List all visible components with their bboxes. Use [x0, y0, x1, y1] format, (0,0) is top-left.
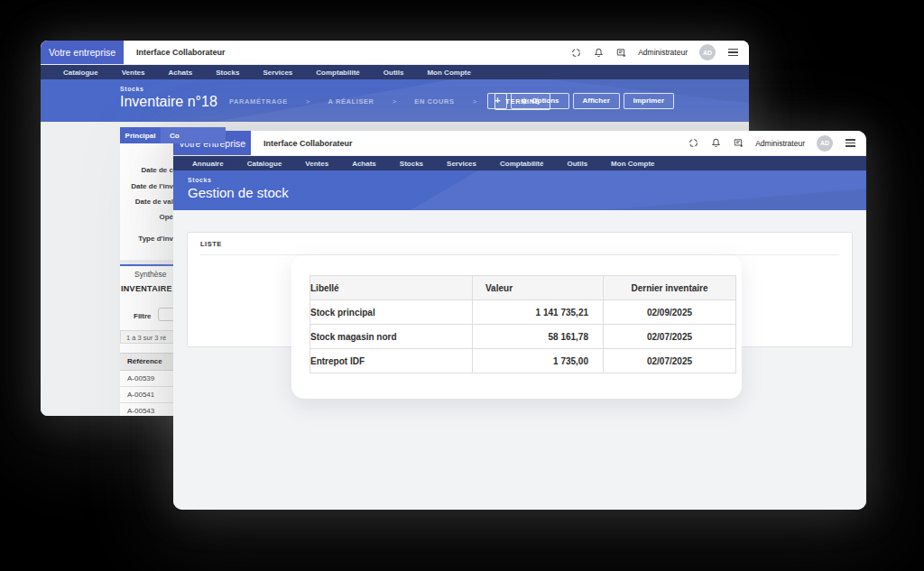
avatar[interactable]: AD	[817, 135, 833, 152]
workflow-step-a-realiser[interactable]: A RÉALISER	[328, 97, 374, 106]
inventory-heading: INVENTAIRE	[121, 284, 172, 293]
filter-label: Filtre	[134, 312, 152, 320]
nav-item-outils[interactable]: Outils	[555, 160, 599, 168]
avatar[interactable]: AD	[699, 44, 716, 60]
table-row[interactable]: Stock principal 1 141 735,21 02/09/2025	[310, 300, 736, 325]
nav-item-stocks[interactable]: Stocks	[204, 69, 251, 77]
front-page-heading: Stocks Gestion de stock	[188, 177, 289, 200]
app-title: Interface Collaborateur	[136, 48, 226, 57]
cell-libelle[interactable]: Stock magasin nord	[310, 325, 473, 349]
breadcrumb-section: Stocks	[120, 86, 217, 92]
nav-item-comptabilite[interactable]: Comptabilité	[304, 69, 371, 77]
column-header-libelle[interactable]: Libellé	[310, 276, 473, 300]
liste-panel-label: LISTE	[200, 240, 839, 255]
chevron-right-icon: >	[306, 97, 310, 106]
front-content: LISTE Libellé Valeur Dernier inventaire …	[173, 210, 866, 510]
bell-icon[interactable]	[593, 47, 604, 58]
add-button[interactable]: +	[487, 93, 507, 109]
user-name[interactable]: Administrateur	[638, 48, 688, 57]
column-header-dernier-inventaire[interactable]: Dernier inventaire	[604, 276, 736, 300]
app-title: Interface Collaborateur	[263, 139, 353, 148]
note-add-icon[interactable]	[733, 138, 744, 149]
field-label-date-inventaire: Date de l'inv	[120, 182, 173, 190]
back-topbar: Votre entreprise Interface Collaborateur	[41, 41, 749, 65]
menu-icon[interactable]	[727, 47, 738, 58]
back-header-buttons: + Options Afficher Imprimer	[487, 93, 674, 109]
nav-item-outils[interactable]: Outils	[372, 69, 416, 77]
gear-icon	[521, 97, 528, 105]
sync-icon[interactable]	[688, 138, 698, 149]
nav-item-stocks[interactable]: Stocks	[388, 160, 435, 168]
options-button[interactable]: Options	[511, 93, 568, 109]
menu-icon[interactable]	[845, 138, 855, 149]
tab-second[interactable]: Co	[161, 127, 226, 143]
nav-item-ventes[interactable]: Ventes	[110, 69, 157, 77]
cell-valeur: 1 735,00	[473, 349, 604, 373]
back-main-nav: Catalogue Ventes Achats Stocks Services …	[41, 65, 749, 79]
table-row[interactable]: Entrepot IDF 1 735,00 02/07/2025	[310, 349, 736, 373]
stock-table: Libellé Valeur Dernier inventaire Stock …	[310, 275, 736, 373]
afficher-button[interactable]: Afficher	[573, 93, 620, 109]
stage: Votre entreprise Interface Collaborateur	[0, 0, 924, 571]
cell-dernier-inventaire: 02/07/2025	[604, 325, 736, 349]
back-topbar-actions: Administrateur AD	[570, 41, 738, 64]
cell-dernier-inventaire: 02/07/2025	[604, 349, 736, 373]
nav-item-achats[interactable]: Achats	[340, 160, 388, 168]
table-header-row: Libellé Valeur Dernier inventaire	[310, 276, 736, 300]
breadcrumb-section: Stocks	[188, 177, 289, 183]
user-name[interactable]: Administrateur	[755, 139, 805, 148]
nav-item-comptabilite[interactable]: Comptabilité	[488, 160, 555, 168]
nav-item-services[interactable]: Services	[435, 160, 488, 168]
front-page-header: Stocks Gestion de stock	[173, 170, 866, 211]
workflow-step-parametrage[interactable]: PARAMÉTRAGE	[229, 97, 288, 106]
nav-item-annuaire[interactable]: Annuaire	[180, 160, 236, 168]
nav-item-achats[interactable]: Achats	[156, 69, 204, 77]
tab-principal[interactable]: Principal	[120, 127, 161, 143]
back-page-heading: Stocks Inventaire n°18	[120, 86, 217, 110]
nav-item-catalogue[interactable]: Catalogue	[236, 160, 294, 168]
nav-item-ventes[interactable]: Ventes	[293, 160, 340, 168]
cell-valeur: 1 141 735,21	[473, 300, 604, 325]
note-add-icon[interactable]	[615, 47, 626, 58]
imprimer-button[interactable]: Imprimer	[624, 93, 674, 109]
field-label-date-validation: Date de val	[120, 198, 173, 206]
back-page-header: Stocks Inventaire n°18 PARAMÉTRAGE > A R…	[41, 79, 749, 123]
front-topbar: Votre entreprise Interface Collaborateur	[173, 131, 866, 156]
field-label-operateur: Opé	[120, 213, 173, 221]
column-header-valeur[interactable]: Valeur	[473, 276, 604, 300]
chevron-right-icon: >	[473, 97, 477, 106]
nav-item-mon-compte[interactable]: Mon Compte	[415, 69, 482, 77]
nav-item-services[interactable]: Services	[251, 69, 304, 77]
window-gestion-de-stock: Votre entreprise Interface Collaborateur	[173, 131, 866, 510]
field-label-date-creation: Date de c	[120, 166, 173, 174]
page-title: Inventaire n°18	[120, 94, 217, 110]
bell-icon[interactable]	[710, 138, 721, 149]
nav-item-catalogue[interactable]: Catalogue	[51, 69, 110, 77]
cell-valeur: 58 161,78	[473, 325, 604, 349]
chevron-right-icon: >	[393, 97, 397, 106]
cell-dernier-inventaire: 02/09/2025	[604, 300, 736, 325]
tab-synthese[interactable]: Synthèse	[120, 270, 180, 279]
stock-table-card: Libellé Valeur Dernier inventaire Stock …	[291, 255, 742, 399]
sync-icon[interactable]	[570, 47, 581, 58]
cell-libelle[interactable]: Entrepot IDF	[310, 349, 473, 373]
nav-item-mon-compte[interactable]: Mon Compte	[599, 160, 666, 168]
cell-libelle[interactable]: Stock principal	[310, 300, 473, 325]
table-row[interactable]: Stock magasin nord 58 161,78 02/07/2025	[310, 325, 736, 349]
brand-logo[interactable]: Votre entreprise	[41, 41, 124, 64]
page-title: Gestion de stock	[188, 185, 289, 200]
detail-tabs: Principal Co	[120, 127, 226, 143]
field-label-type-inventaire: Type d'inv	[120, 235, 173, 243]
options-button-label: Options	[531, 97, 559, 105]
front-main-nav: Annuaire Catalogue Ventes Achats Stocks …	[173, 156, 866, 170]
workflow-step-en-cours[interactable]: EN COURS	[414, 97, 454, 106]
front-topbar-actions: Administrateur AD	[688, 131, 855, 155]
